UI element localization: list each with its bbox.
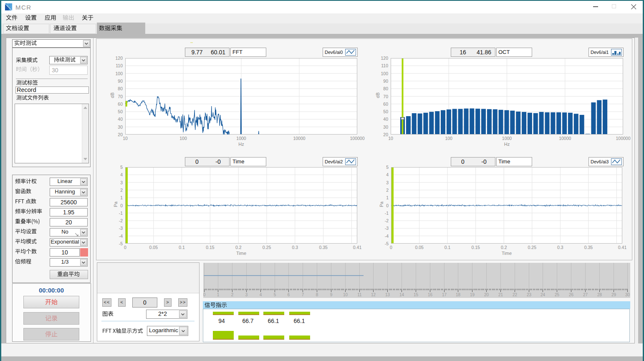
svg-text:6: 6	[288, 292, 290, 297]
svg-text:26: 26	[569, 292, 574, 297]
svg-text:0: 0	[203, 292, 206, 297]
svg-text:16: 16	[428, 292, 433, 297]
svg-text:9: 9	[330, 292, 333, 297]
svg-text:3: 3	[245, 292, 248, 297]
svg-text:23: 23	[527, 292, 532, 297]
svg-text:29: 29	[611, 292, 616, 297]
svg-text:2: 2	[231, 292, 234, 297]
svg-text:21: 21	[498, 292, 503, 297]
svg-text:12: 12	[371, 292, 376, 297]
svg-text:22: 22	[513, 292, 518, 297]
svg-text:13: 13	[385, 292, 390, 297]
svg-text:4: 4	[260, 292, 262, 297]
svg-text:19: 19	[470, 292, 475, 297]
svg-text:27: 27	[583, 292, 588, 297]
svg-text:30: 30	[625, 292, 630, 297]
svg-text:10: 10	[343, 292, 348, 297]
svg-text:11: 11	[357, 292, 362, 297]
svg-text:20: 20	[484, 292, 489, 297]
svg-text:8: 8	[316, 292, 318, 297]
svg-text:17: 17	[442, 292, 447, 297]
svg-text:7: 7	[302, 292, 304, 297]
svg-text:24: 24	[540, 292, 546, 297]
svg-text:5: 5	[274, 292, 276, 297]
svg-text:15: 15	[414, 292, 419, 297]
svg-text:1: 1	[217, 292, 220, 297]
svg-text:18: 18	[456, 292, 461, 297]
svg-text:25: 25	[555, 292, 560, 297]
svg-text:28: 28	[597, 292, 602, 297]
svg-text:14: 14	[399, 292, 404, 297]
